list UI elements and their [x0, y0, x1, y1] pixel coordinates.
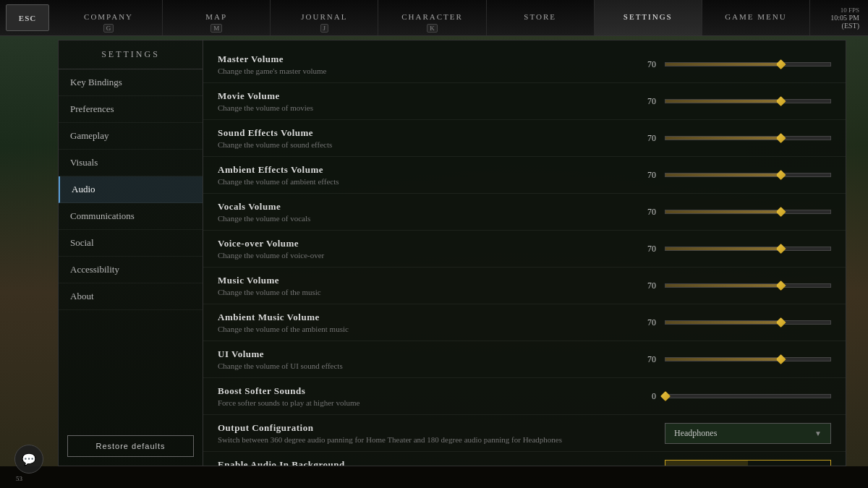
slider-track-5 [665, 247, 831, 251]
slider-fill-5 [665, 247, 781, 250]
esc-button[interactable]: ESC [6, 4, 49, 31]
row-title-9: Boost Softer Sounds [218, 385, 634, 397]
nav-item-label: GAME MENU [725, 12, 787, 21]
row-label-9: Boost Softer SoundsForce softer sounds t… [218, 385, 634, 407]
row-value-5: 70 [634, 244, 656, 254]
row-value-0: 70 [634, 59, 656, 70]
row-title-10: Output Configuration [218, 422, 665, 434]
nav-item-label: COMPANY [84, 12, 133, 21]
nav-item-settings[interactable]: SETTINGS [595, 0, 702, 35]
row-label-11: Enable Audio In BackgroundIf enabled, ga… [218, 459, 665, 466]
slider-thumb-5[interactable] [776, 244, 786, 254]
sidebar-items: Key BindingsPreferencesGameplayVisualsAu… [59, 69, 203, 310]
clock-time: 10:05 PM [830, 14, 859, 22]
row-title-1: Movie Volume [218, 90, 634, 102]
nav-item-company[interactable]: COMPANYG [55, 0, 163, 35]
slider-container-0[interactable] [665, 59, 831, 70]
sidebar-item-preferences[interactable]: Preferences [59, 96, 203, 123]
slider-thumb-9[interactable] [660, 391, 671, 401]
row-desc-8: Change the volume of UI sound effects [218, 361, 634, 370]
row-value-7: 70 [634, 317, 656, 328]
slider-track-1 [665, 99, 831, 103]
topbar: ESC COMPANYGMAPMJOURNALJCHARACTERKSTORES… [0, 0, 868, 36]
slider-fill-1 [665, 100, 781, 103]
slider-thumb-3[interactable] [776, 170, 786, 180]
row-value-4: 70 [634, 207, 656, 218]
row-desc-5: Change the volume of voice-over [218, 251, 634, 260]
sidebar-item-about[interactable]: About [59, 283, 203, 310]
slider-thumb-8[interactable] [776, 354, 786, 364]
slider-track-2 [665, 136, 831, 140]
sidebar-item-social[interactable]: Social [59, 230, 203, 257]
sidebar-footer: Restore defaults [59, 427, 203, 466]
sidebar-item-audio[interactable]: Audio [59, 176, 203, 203]
slider-fill-2 [665, 137, 781, 140]
row-label-5: Voice-over VolumeChange the volume of vo… [218, 238, 634, 260]
chat-icon-button[interactable]: 💬 [14, 445, 43, 474]
row-desc-10: Switch between 360 degree audio panning … [218, 435, 665, 444]
slider-track-3 [665, 173, 831, 177]
row-title-3: Ambient Effects Volume [218, 164, 634, 176]
nav-item-game-menu[interactable]: GAME MENU [702, 0, 810, 35]
settings-row-10: Output ConfigurationSwitch between 360 d… [203, 415, 846, 452]
slider-container-1[interactable] [665, 95, 831, 107]
row-desc-2: Change the volume of sound effects [218, 140, 634, 149]
sidebar-item-gameplay[interactable]: Gameplay [59, 123, 203, 150]
slider-container-7[interactable] [665, 317, 831, 328]
slider-container-6[interactable] [665, 280, 831, 291]
row-title-5: Voice-over Volume [218, 238, 634, 249]
toggle-off-button[interactable]: Off [665, 461, 748, 466]
slider-container-9[interactable] [665, 390, 831, 402]
slider-thumb-0[interactable] [776, 59, 786, 69]
row-value-9: 0 [634, 391, 656, 402]
row-value-3: 70 [634, 170, 656, 181]
row-label-8: UI VolumeChange the volume of UI sound e… [218, 348, 634, 370]
restore-defaults-button[interactable]: Restore defaults [67, 435, 194, 457]
nav-item-store[interactable]: STORE [487, 0, 595, 35]
slider-container-2[interactable] [665, 132, 831, 144]
slider-container-8[interactable] [665, 354, 831, 365]
slider-container-5[interactable] [665, 243, 831, 254]
nav-item-label: SETTINGS [624, 12, 673, 21]
row-label-0: Master VolumeChange the game's master vo… [218, 53, 634, 75]
nav-hotkey: M [210, 24, 222, 33]
nav-items: COMPANYGMAPMJOURNALJCHARACTERKSTORESETTI… [55, 0, 810, 35]
slider-fill-4 [665, 210, 781, 213]
output-config-dropdown[interactable]: Headphones▼ [665, 423, 831, 444]
slider-thumb-6[interactable] [776, 281, 786, 291]
slider-track-0 [665, 62, 831, 67]
slider-thumb-4[interactable] [776, 207, 786, 217]
slider-track-6 [665, 283, 831, 288]
sidebar-item-key-bindings[interactable]: Key Bindings [59, 69, 203, 96]
slider-fill-6 [665, 284, 781, 287]
sidebar: SETTINGS Key BindingsPreferencesGameplay… [58, 40, 203, 466]
sidebar-item-visuals[interactable]: Visuals [59, 150, 203, 176]
row-desc-7: Change the volume of the ambient music [218, 325, 634, 333]
row-title-0: Master Volume [218, 53, 634, 65]
nav-item-label: JOURNAL [301, 12, 347, 21]
nav-item-journal[interactable]: JOURNALJ [271, 0, 378, 35]
sidebar-item-accessibility[interactable]: Accessibility [59, 257, 203, 283]
slider-thumb-2[interactable] [776, 133, 786, 143]
row-value-8: 70 [634, 354, 656, 365]
dropdown-arrow-icon: ▼ [814, 429, 822, 437]
row-label-2: Sound Effects VolumeChange the volume of… [218, 127, 634, 149]
dropdown-value: Headphones [674, 428, 717, 439]
nav-item-label: STORE [524, 12, 556, 21]
slider-container-3[interactable] [665, 169, 831, 181]
sidebar-item-communications[interactable]: Communications [59, 203, 203, 230]
slider-thumb-7[interactable] [776, 317, 786, 328]
nav-item-map[interactable]: MAPM [163, 0, 271, 35]
row-label-6: Music VolumeChange the volume of the mus… [218, 275, 634, 296]
toggle-on-button[interactable]: On [748, 461, 830, 466]
slider-fill-7 [665, 321, 781, 324]
main-content: SETTINGS Key BindingsPreferencesGameplay… [58, 40, 846, 466]
clock-tz: (EST) [842, 22, 859, 30]
slider-track-7 [665, 320, 831, 325]
nav-hotkey: K [427, 24, 438, 33]
nav-item-character[interactable]: CHARACTERK [378, 0, 486, 35]
row-value-1: 70 [634, 96, 656, 107]
slider-container-4[interactable] [665, 206, 831, 218]
slider-thumb-1[interactable] [776, 96, 786, 106]
row-title-4: Vocals Volume [218, 201, 634, 213]
